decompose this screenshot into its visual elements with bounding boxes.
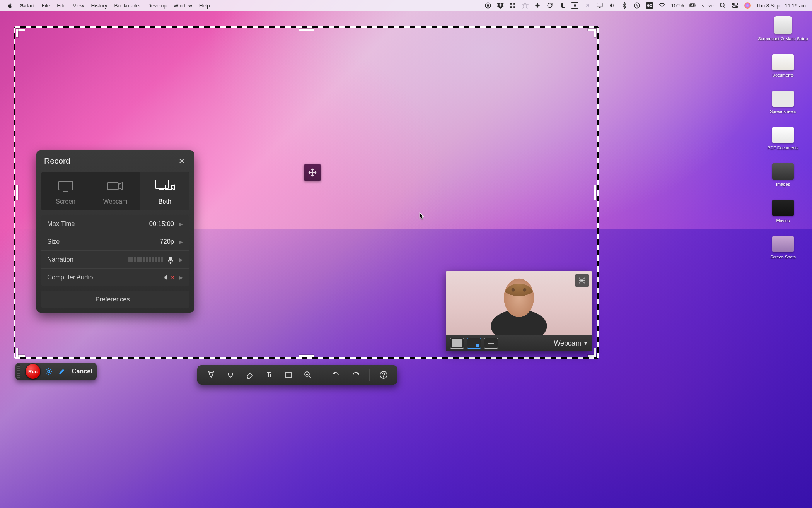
- size-label: Size: [47, 238, 60, 245]
- help-button[interactable]: [378, 369, 389, 380]
- size-row[interactable]: Size 720p ▶: [41, 233, 189, 251]
- webcam-source-label: Webcam: [554, 339, 581, 347]
- webcam-video-feed: [446, 271, 592, 335]
- desktop-icon-label: Screen Shots: [770, 255, 796, 259]
- menubar-refresh-icon[interactable]: [546, 2, 553, 9]
- menu-bookmarks[interactable]: Bookmarks: [114, 3, 141, 9]
- chevron-right-icon: ▶: [179, 274, 183, 281]
- capture-edge-left[interactable]: [14, 27, 15, 358]
- gear-icon: [45, 368, 53, 375]
- svg-rect-25: [170, 262, 171, 264]
- menu-file[interactable]: File: [42, 3, 50, 9]
- zoom-tool-button[interactable]: [302, 369, 313, 380]
- webcam-preview-panel[interactable]: Webcam ▼: [446, 271, 592, 351]
- close-button[interactable]: [177, 156, 186, 166]
- menu-window[interactable]: Window: [174, 3, 192, 9]
- both-icon: [154, 178, 176, 194]
- calendar-date-icon[interactable]: 8: [571, 2, 578, 9]
- desktop-icon-item[interactable]: PDF Documents: [758, 127, 808, 150]
- spotlight-icon[interactable]: [719, 2, 726, 9]
- capture-edge-bottom[interactable]: [15, 357, 598, 359]
- volume-icon[interactable]: [609, 2, 616, 9]
- wifi-icon[interactable]: [658, 2, 665, 9]
- menubar-s-icon[interactable]: S: [584, 2, 591, 9]
- capture-handle-top[interactable]: [299, 29, 314, 31]
- capture-corner-bl[interactable]: [15, 348, 25, 358]
- computer-audio-row[interactable]: Computer Audio × ▶: [41, 269, 189, 286]
- menu-edit[interactable]: Edit: [57, 3, 66, 9]
- keyboard-language-indicator[interactable]: GB: [646, 2, 653, 9]
- menu-view[interactable]: View: [73, 3, 84, 9]
- capture-handle-right[interactable]: [594, 185, 596, 200]
- capture-corner-tl[interactable]: [15, 27, 25, 37]
- desktop-icon-item[interactable]: Documents: [758, 54, 808, 77]
- webcam-layout-full-button[interactable]: [450, 338, 464, 349]
- chevron-right-icon: ▶: [179, 221, 183, 227]
- svg-point-1: [487, 4, 490, 7]
- dropbox-icon[interactable]: [497, 2, 504, 9]
- battery-percentage[interactable]: 100%: [671, 3, 684, 9]
- narration-row[interactable]: Narration ▶: [41, 251, 189, 269]
- apple-menu-icon[interactable]: [6, 2, 13, 9]
- capture-corner-tr[interactable]: [588, 27, 598, 37]
- mode-webcam-button[interactable]: Webcam: [90, 172, 140, 210]
- menu-history[interactable]: History: [91, 3, 107, 9]
- battery-icon[interactable]: [689, 2, 696, 9]
- bluetooth-icon[interactable]: [621, 2, 628, 9]
- desktop-icon-label: Screencast-O-Matic Setup: [758, 36, 808, 41]
- draw-button[interactable]: [57, 367, 67, 376]
- undo-button[interactable]: [331, 369, 341, 380]
- svg-rect-19: [63, 191, 68, 192]
- svg-point-17: [744, 2, 751, 9]
- desktop-icon-item[interactable]: Screen Shots: [758, 236, 808, 259]
- redo-button[interactable]: [350, 369, 361, 380]
- folder-icon: [772, 200, 794, 216]
- pen-tool-button[interactable]: [206, 369, 217, 380]
- cancel-button[interactable]: Cancel: [72, 368, 92, 375]
- capture-handle-left[interactable]: [16, 185, 18, 200]
- capture-move-handle[interactable]: [304, 164, 321, 181]
- control-center-icon[interactable]: [732, 2, 739, 9]
- shape-tool-button[interactable]: [283, 369, 294, 380]
- user-name[interactable]: steve: [702, 3, 714, 9]
- microphone-icon: [167, 256, 174, 263]
- display-icon[interactable]: [596, 2, 603, 9]
- siri-icon[interactable]: [744, 2, 751, 9]
- webcam-source-dropdown[interactable]: Webcam ▼: [554, 339, 588, 347]
- desktop-icon-item[interactable]: Spreadsheets: [758, 91, 808, 114]
- mode-screen-button[interactable]: Screen: [41, 172, 90, 210]
- menu-develop[interactable]: Develop: [147, 3, 167, 9]
- desktop-icon-item[interactable]: Movies: [758, 200, 808, 223]
- menu-help[interactable]: Help: [199, 3, 210, 9]
- menubar-app-icon-3[interactable]: [534, 2, 541, 9]
- menubar-time[interactable]: 11:16 am: [785, 3, 806, 9]
- desktop-icon-item[interactable]: Images: [758, 163, 808, 186]
- capture-handle-bottom[interactable]: [299, 355, 314, 357]
- timemachine-icon[interactable]: [633, 2, 640, 9]
- mode-both-button[interactable]: Both: [140, 172, 189, 210]
- eraser-tool-button[interactable]: [244, 369, 255, 380]
- webcam-layout-hidden-button[interactable]: [484, 338, 498, 349]
- settings-button[interactable]: [44, 367, 53, 376]
- capture-edge-top[interactable]: [15, 26, 598, 28]
- menubar-app-icon-2[interactable]: [522, 2, 529, 9]
- menubar-date[interactable]: Thu 8 Sep: [756, 3, 780, 9]
- desktop-icon-item[interactable]: Screencast-O-Matic Setup: [758, 16, 808, 41]
- active-app-name[interactable]: Safari: [20, 3, 35, 9]
- capture-edge-right[interactable]: [597, 27, 599, 358]
- text-tool-button[interactable]: [264, 369, 275, 380]
- folder-icon: [772, 163, 794, 180]
- menubar-app-icon-1[interactable]: [509, 2, 516, 9]
- record-button[interactable]: Rec: [26, 364, 40, 379]
- webcam-layout-pip-button[interactable]: [467, 338, 481, 349]
- drag-grip-icon[interactable]: [17, 364, 20, 378]
- highlighter-tool-button[interactable]: [225, 369, 236, 380]
- max-time-row[interactable]: Max Time 00:15:00 ▶: [41, 215, 189, 233]
- preferences-button[interactable]: Preferences...: [41, 291, 189, 308]
- svg-rect-21: [155, 180, 169, 188]
- desktop-icons-column: Screencast-O-Matic Setup Documents Sprea…: [758, 16, 808, 259]
- moon-icon[interactable]: [559, 2, 566, 9]
- webcam-effects-button[interactable]: [575, 274, 589, 287]
- svg-rect-5: [514, 6, 516, 8]
- record-status-icon[interactable]: [484, 2, 491, 9]
